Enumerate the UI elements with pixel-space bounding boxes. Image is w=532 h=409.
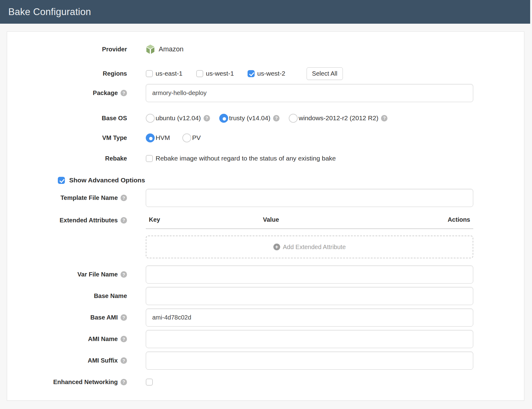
help-icon[interactable] — [121, 217, 127, 224]
pv-label: PV — [192, 134, 201, 141]
var-file-name-input[interactable] — [146, 265, 473, 284]
help-icon[interactable] — [204, 115, 210, 121]
hvm-label: HVM — [156, 134, 170, 141]
help-icon[interactable] — [273, 115, 280, 121]
amazon-cube-icon — [146, 44, 155, 54]
base-name-row: Base Name — [7, 287, 473, 305]
extended-attributes-row: Extended Attributes Key Value Actions Ad… — [7, 216, 473, 258]
region-option-us-east-1[interactable]: us-east-1 — [146, 70, 183, 77]
provider-label: Provider — [7, 46, 127, 53]
windows-2012-r2-label: windows-2012-r2 (2012 R2) — [299, 114, 378, 122]
var-file-name-row: Var File Name — [7, 265, 473, 284]
hvm-radio[interactable] — [146, 133, 155, 142]
trusty-label: trusty (v14.04) — [229, 114, 270, 122]
package-label: Package — [93, 89, 118, 97]
template-file-name-row: Template File Name — [7, 189, 473, 207]
help-icon[interactable] — [121, 314, 127, 321]
base-os-label: Base OS — [7, 115, 127, 122]
show-advanced-checkbox[interactable] — [58, 177, 65, 184]
page-title: Bake Configuration — [8, 6, 91, 18]
region-option-us-west-1[interactable]: us-west-1 — [196, 70, 234, 77]
ami-suffix-label: AMI Suffix — [88, 357, 118, 364]
base-ami-input[interactable] — [146, 308, 473, 327]
vm-type-label: VM Type — [7, 134, 127, 141]
add-extended-attribute-button[interactable]: Add Extended Attribute — [146, 236, 473, 258]
package-row: Package — [7, 84, 473, 102]
windows-2012-r2-radio[interactable] — [289, 114, 298, 123]
ami-name-input[interactable] — [146, 330, 473, 348]
rebake-checkbox-label: Rebake image without regard to the statu… — [156, 155, 336, 162]
package-input[interactable] — [146, 84, 473, 102]
ami-suffix-row: AMI Suffix — [7, 351, 473, 370]
plus-circle-icon — [273, 244, 280, 250]
ami-suffix-input[interactable] — [146, 351, 473, 370]
trusty-radio[interactable] — [219, 114, 228, 123]
rebake-row: Rebake Rebake image without regard to th… — [7, 154, 473, 163]
help-icon[interactable] — [121, 357, 127, 364]
rebake-label: Rebake — [7, 155, 127, 162]
base-os-option-windows-2012-r2[interactable]: windows-2012-r2 (2012 R2) — [289, 114, 387, 123]
template-file-name-label: Template File Name — [61, 194, 118, 201]
extended-attributes-label: Extended Attributes — [60, 216, 118, 224]
help-icon[interactable] — [381, 115, 387, 121]
help-icon[interactable] — [121, 336, 127, 342]
template-file-name-input[interactable] — [146, 189, 473, 207]
help-icon[interactable] — [121, 271, 127, 278]
us-west-1-label: us-west-1 — [206, 70, 234, 77]
select-all-button[interactable]: Select All — [307, 67, 343, 80]
column-header-key: Key — [149, 216, 263, 223]
base-os-option-trusty[interactable]: trusty (v14.04) — [219, 114, 280, 123]
help-icon[interactable] — [121, 379, 127, 385]
us-west-1-checkbox[interactable] — [196, 70, 203, 77]
extended-attributes-header: Key Value Actions — [146, 216, 473, 229]
enhanced-networking-label: Enhanced Networking — [53, 379, 118, 386]
regions-label: Regions — [7, 70, 127, 77]
help-icon[interactable] — [121, 90, 127, 96]
column-header-value: Value — [263, 216, 448, 223]
base-name-label: Base Name — [94, 292, 127, 300]
base-ami-row: Base AMI — [7, 308, 473, 327]
ami-name-label: AMI Name — [88, 336, 118, 343]
help-icon[interactable] — [121, 195, 127, 201]
show-advanced-options[interactable]: Show Advanced Options — [58, 176, 145, 185]
var-file-name-label: Var File Name — [77, 271, 118, 278]
base-os-option-ubuntu[interactable]: ubuntu (v12.04) — [146, 114, 210, 123]
region-option-us-west-2[interactable]: us-west-2 — [248, 70, 285, 77]
bake-configuration-panel: Provider Amazon Regions us-east-1 us-wes… — [7, 31, 524, 401]
us-west-2-label: us-west-2 — [257, 70, 285, 77]
page-header: Bake Configuration — [0, 0, 530, 24]
us-east-1-label: us-east-1 — [156, 70, 183, 77]
rebake-option[interactable]: Rebake image without regard to the statu… — [146, 155, 336, 162]
enhanced-networking-row: Enhanced Networking — [7, 377, 473, 387]
base-name-input[interactable] — [146, 287, 473, 305]
ubuntu-radio[interactable] — [146, 114, 155, 123]
provider-value: Amazon — [159, 45, 184, 53]
ubuntu-label: ubuntu (v12.04) — [156, 114, 201, 122]
rebake-checkbox[interactable] — [146, 155, 153, 162]
add-extended-attribute-label: Add Extended Attribute — [283, 244, 346, 251]
us-west-2-checkbox[interactable] — [248, 70, 255, 77]
vm-type-option-hvm[interactable]: HVM — [146, 133, 170, 142]
column-header-actions: Actions — [448, 216, 470, 223]
provider-row: Provider Amazon — [7, 43, 473, 55]
vm-type-row: VM Type HVM PV — [7, 133, 473, 143]
us-east-1-checkbox[interactable] — [146, 70, 153, 77]
ami-name-row: AMI Name — [7, 330, 473, 348]
vm-type-option-pv[interactable]: PV — [182, 133, 201, 142]
show-advanced-label: Show Advanced Options — [69, 177, 145, 184]
pv-radio[interactable] — [182, 133, 191, 142]
base-os-row: Base OS ubuntu (v12.04) trusty (v14.04) … — [7, 113, 473, 123]
enhanced-networking-checkbox[interactable] — [146, 379, 153, 386]
base-ami-label: Base AMI — [90, 314, 118, 321]
regions-row: Regions us-east-1 us-west-1 us-west-2 Se… — [7, 67, 473, 80]
